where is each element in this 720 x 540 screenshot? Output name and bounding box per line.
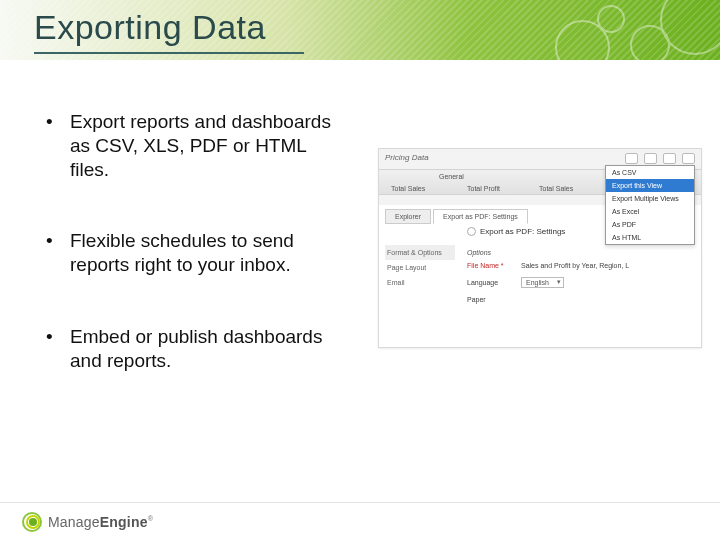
panel-heading-text: Export as PDF: Settings: [480, 227, 565, 236]
toolbar-icons: [625, 153, 695, 164]
slide-title: Exporting Data: [34, 8, 266, 47]
form-section: Options: [467, 249, 693, 256]
logo-text-a: Manage: [48, 514, 100, 530]
footer: ManageEngine®: [0, 502, 720, 540]
title-underline: [34, 52, 304, 54]
logo-icon: [22, 512, 44, 532]
bullet-list: Export reports and dashboards as CSV, XL…: [46, 110, 346, 420]
header-circles: [540, 0, 720, 60]
panel-sidebar: Format & Options Page Layout Email: [385, 245, 455, 290]
bullet-item: Embed or publish dashboards and reports.: [46, 325, 346, 373]
col-label: Total Sales: [391, 185, 425, 192]
manageengine-logo: ManageEngine®: [22, 512, 153, 532]
panel-form: Options File Name * Sales and Profit by …: [467, 249, 693, 311]
export-icon[interactable]: [625, 153, 638, 164]
slide: Exporting Data Export reports and dashbo…: [0, 0, 720, 540]
panel-tabs: Explorer Export as PDF: Settings: [385, 209, 528, 224]
panel-heading: Export as PDF: Settings: [467, 227, 565, 236]
dropdown-item[interactable]: As CSV: [606, 166, 694, 179]
breadcrumb: Pricing Data: [385, 153, 429, 162]
dropdown-item-highlight[interactable]: Export this View: [606, 179, 694, 192]
side-item[interactable]: Email: [385, 275, 455, 290]
tab-explorer[interactable]: Explorer: [385, 209, 431, 224]
app-screenshot: Pricing Data General Total Sales Total P…: [378, 148, 702, 348]
tab-export-settings[interactable]: Export as PDF: Settings: [433, 209, 528, 224]
filename-value[interactable]: Sales and Profit by Year, Region, L: [521, 262, 629, 269]
dropdown-item[interactable]: As PDF: [606, 218, 694, 231]
logo-text-b: Engine: [100, 514, 148, 530]
col-label: Total Sales: [539, 185, 573, 192]
bullet-item: Export reports and dashboards as CSV, XL…: [46, 110, 346, 181]
dropdown-item[interactable]: As Excel: [606, 205, 694, 218]
side-item[interactable]: Page Layout: [385, 260, 455, 275]
settings-icon[interactable]: [663, 153, 676, 164]
side-item[interactable]: Format & Options: [385, 245, 455, 260]
col-label: Total Profit: [467, 185, 500, 192]
paper-label: Paper: [467, 296, 521, 303]
export-dropdown: As CSV Export this View Export Multiple …: [605, 165, 695, 245]
dropdown-item[interactable]: As HTML: [606, 231, 694, 244]
filename-label: File Name *: [467, 262, 521, 269]
bullet-item: Flexible schedules to send reports right…: [46, 229, 346, 277]
strip-label: General: [439, 173, 464, 180]
info-icon: [467, 227, 476, 236]
language-select[interactable]: English: [521, 277, 564, 288]
trademark-icon: ®: [148, 515, 153, 522]
more-icon[interactable]: [682, 153, 695, 164]
language-label: Language: [467, 279, 521, 286]
dropdown-item[interactable]: Export Multiple Views: [606, 192, 694, 205]
share-icon[interactable]: [644, 153, 657, 164]
logo-text: ManageEngine®: [48, 514, 153, 530]
